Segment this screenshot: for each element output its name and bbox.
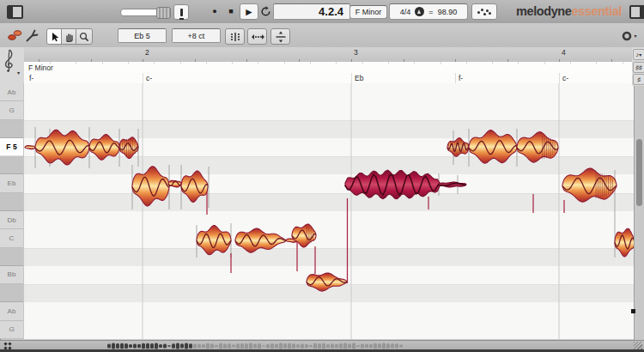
note-blob[interactable]: [447, 138, 469, 157]
chord-separator: [143, 73, 143, 83]
subdivision-tick-icon: [570, 62, 571, 64]
bar-ruler[interactable]: 234: [24, 47, 634, 63]
note-blob[interactable]: [615, 228, 634, 257]
subdivision-tick-icon: [310, 62, 311, 64]
note-blob[interactable]: [562, 168, 617, 202]
bar-number: 4: [562, 48, 566, 57]
note-blob[interactable]: [197, 226, 231, 255]
subdivision-tick-icon: [50, 62, 51, 64]
pitch-readout[interactable]: Eb 5: [118, 28, 167, 43]
slider-handle-icon[interactable]: [156, 7, 171, 19]
subdivision-tick-icon: [388, 62, 389, 64]
play-button[interactable]: ▶: [240, 3, 258, 20]
note-blob[interactable]: [119, 137, 138, 159]
tempo-value[interactable]: 98.90: [438, 8, 458, 16]
zoom-tool-button[interactable]: [76, 28, 93, 45]
top-toolbar: ● ■ ▶ 4.2.4 F Minor 4/4 = 98.90: [0, 0, 644, 24]
song-position-display[interactable]: 4.2.4: [273, 3, 350, 20]
tempo-section[interactable]: 4/4 = 98.90: [389, 3, 468, 20]
pitch-label: Ab: [0, 302, 23, 320]
note-blob[interactable]: [345, 170, 440, 199]
scale-snap-button[interactable]: ♯♯: [633, 62, 644, 73]
toggle-left-panel-button[interactable]: [7, 5, 23, 19]
subdivision-tick-icon: [623, 62, 623, 64]
main-tool-button[interactable]: [7, 28, 22, 46]
note-blob[interactable]: [35, 130, 89, 165]
pitch-label: Eb: [0, 174, 23, 192]
panel-left-icon: [9, 7, 13, 17]
dropdown-icon: ▾: [17, 70, 20, 76]
quantize-time-macro-button[interactable]: [247, 28, 267, 45]
play-icon: ▶: [246, 7, 252, 16]
note-blob[interactable]: [292, 224, 316, 247]
note-blob[interactable]: [89, 135, 119, 161]
subdivision-tick-icon: [284, 62, 285, 64]
pitch-label: [0, 248, 23, 266]
subdivision-tick-icon: [76, 62, 76, 64]
note-blob[interactable]: [132, 167, 169, 206]
chord-label[interactable]: f-: [29, 74, 33, 82]
chord-separator: [351, 73, 352, 83]
subdivision-tick-icon: [362, 62, 363, 64]
record-button[interactable]: ●: [208, 3, 222, 19]
chord-label[interactable]: f-: [459, 74, 463, 82]
scroll-anchor-handle[interactable]: [631, 309, 635, 313]
cents-readout[interactable]: +8 ct: [172, 28, 221, 43]
stop-button[interactable]: ■: [224, 3, 238, 19]
note-blobs-layer[interactable]: [24, 83, 634, 339]
chord-separator: [559, 73, 560, 83]
note-blob[interactable]: [438, 182, 466, 187]
settings-button[interactable]: ▾: [620, 28, 639, 43]
pitch-macro-icon: [228, 31, 242, 43]
note-snap-button[interactable]: ♪▾: [633, 49, 644, 60]
subdivision-tick-icon: [596, 62, 597, 64]
magnifier-icon: [79, 32, 89, 42]
key-display[interactable]: F Minor: [349, 5, 387, 19]
note-blob[interactable]: [25, 146, 35, 149]
cycle-icon: [260, 6, 271, 17]
fork-tool-icon: [24, 28, 39, 42]
treble-clef-icon: [0, 47, 24, 82]
note-blob[interactable]: [235, 228, 286, 252]
note-blob[interactable]: [517, 132, 558, 163]
note-blob[interactable]: [307, 273, 347, 291]
app-logo: melodyneessential: [516, 4, 622, 18]
resize-grip-icon[interactable]: [634, 342, 642, 349]
metronome-icon: [415, 7, 424, 16]
note-blob[interactable]: [181, 171, 208, 202]
key-track[interactable]: F Minor: [24, 62, 634, 74]
chord-label[interactable]: c-: [562, 74, 568, 82]
correct-pitch-macro-button[interactable]: [225, 28, 245, 45]
note-blob[interactable]: [469, 130, 517, 164]
clef-corner[interactable]: ▾: [0, 47, 25, 84]
volume-slider[interactable]: [120, 9, 171, 16]
chord-label[interactable]: Eb: [355, 74, 363, 82]
hand-icon: [64, 32, 75, 42]
subdivision-tick-icon: [466, 62, 467, 64]
pitch-label: F 5: [0, 138, 23, 156]
separate-icon: [274, 31, 288, 43]
pitch-label-column: AbGF 5EbDbCBbAbG: [0, 83, 25, 339]
chromatic-snap-button[interactable]: ♯: [633, 74, 644, 85]
separate-notes-button[interactable]: [270, 28, 290, 45]
time-macro-icon: [251, 31, 264, 43]
note-assignment-button[interactable]: [471, 3, 497, 20]
pitch-label: [0, 120, 23, 138]
toggle-right-panel-button[interactable]: [629, 5, 644, 19]
vertical-scrollbar[interactable]: [634, 86, 644, 340]
cycle-button[interactable]: [259, 4, 272, 18]
monitor-button[interactable]: [173, 4, 189, 20]
key-track-label: F Minor: [28, 64, 53, 72]
subdivision-tick-icon: [206, 62, 207, 64]
subdivision-tick-icon: [414, 62, 415, 64]
pitch-grid-options: ♪▾ ♯♯ ♯: [632, 47, 644, 86]
pitch-label: G: [0, 101, 23, 119]
pitch-label: Ab: [0, 83, 23, 101]
note-blob[interactable]: [168, 180, 181, 187]
vertical-scrollbar-thumb[interactable]: [636, 139, 642, 206]
time-signature[interactable]: 4/4: [400, 8, 411, 16]
chord-label[interactable]: c-: [146, 74, 152, 82]
pitch-tool-button[interactable]: [24, 28, 39, 46]
bar-number: 2: [145, 48, 149, 57]
double-sharp-icon: ♯♯: [635, 64, 642, 71]
